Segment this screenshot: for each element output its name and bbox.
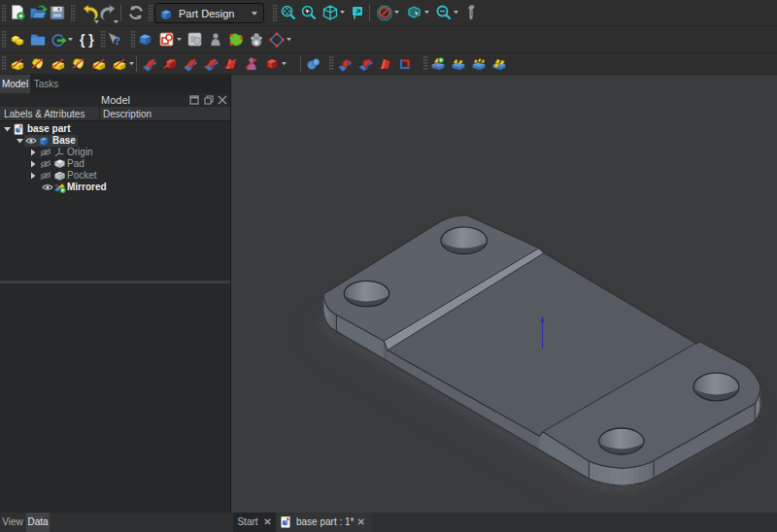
svg-text:{ }: { } — [80, 32, 94, 48]
svg-text:?: ? — [115, 34, 120, 48]
